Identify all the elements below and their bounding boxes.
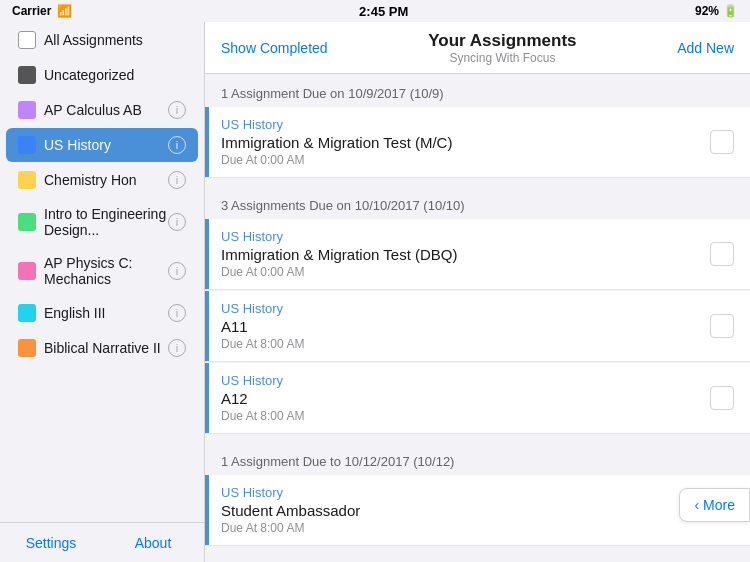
sidebar-item-intro-engineering[interactable]: Intro to Engineering Design...i bbox=[6, 198, 198, 246]
tab-settings[interactable]: Settings bbox=[0, 523, 102, 562]
tab-about[interactable]: About bbox=[102, 523, 204, 562]
section-group-1: 3 Assignments Due on 10/10/2017 (10/10)U… bbox=[205, 186, 750, 434]
card-due: Due At 8:00 AM bbox=[221, 337, 698, 351]
card-due: Due At 0:00 AM bbox=[221, 265, 698, 279]
sidebar-item-all-assignments[interactable]: All Assignments bbox=[6, 23, 198, 57]
main-layout: All AssignmentsUncategorizedAP Calculus … bbox=[0, 22, 750, 562]
header-subtitle: Syncing With Focus bbox=[428, 51, 576, 65]
sidebar-item-label-english-iii: English III bbox=[44, 305, 168, 321]
content-wrapper: 1 Assignment Due on 10/9/2017 (10/9)US H… bbox=[205, 74, 750, 562]
info-icon-biblical-narrative[interactable]: i bbox=[168, 339, 186, 357]
dot-icon-uncategorized bbox=[18, 66, 36, 84]
info-icon-intro-engineering[interactable]: i bbox=[168, 213, 186, 231]
sidebar-item-label-biblical-narrative: Biblical Narrative II bbox=[44, 340, 168, 356]
sidebar-item-ap-calculus[interactable]: AP Calculus ABi bbox=[6, 93, 198, 127]
assignment-checkbox[interactable] bbox=[710, 314, 734, 338]
sidebar-item-uncategorized[interactable]: Uncategorized bbox=[6, 58, 198, 92]
card-subject: US History bbox=[221, 373, 698, 388]
sidebar-item-label-intro-engineering: Intro to Engineering Design... bbox=[44, 206, 168, 238]
dot-icon-ap-physics bbox=[18, 262, 36, 280]
sidebar-item-english-iii[interactable]: English IIIi bbox=[6, 296, 198, 330]
header-title: Your Assignments bbox=[428, 31, 576, 51]
table-row[interactable]: US HistoryA11Due At 8:00 AM bbox=[205, 291, 750, 362]
status-time: 2:45 PM bbox=[359, 4, 408, 19]
section-header-2: 1 Assignment Due to 10/12/2017 (10/12) bbox=[205, 442, 750, 475]
card-due: Due At 8:00 AM bbox=[221, 521, 698, 535]
assignments-list: 1 Assignment Due on 10/9/2017 (10/9)US H… bbox=[205, 74, 750, 562]
sidebar-item-biblical-narrative[interactable]: Biblical Narrative IIi bbox=[6, 331, 198, 365]
dot-icon-biblical-narrative bbox=[18, 339, 36, 357]
card-body-1-0: US HistoryImmigration & Migration Test (… bbox=[209, 219, 710, 289]
dot-icon-english-iii bbox=[18, 304, 36, 322]
card-due: Due At 0:00 AM bbox=[221, 153, 698, 167]
table-row[interactable]: US HistoryStudent AmbassadorDue At 8:00 … bbox=[205, 475, 750, 546]
sidebar-item-chemistry-hon[interactable]: Chemistry Honi bbox=[6, 163, 198, 197]
content-area: Show Completed Your Assignments Syncing … bbox=[205, 22, 750, 562]
card-subject: US History bbox=[221, 117, 698, 132]
card-title: A12 bbox=[221, 390, 698, 407]
info-icon-english-iii[interactable]: i bbox=[168, 304, 186, 322]
more-button[interactable]: ‹ More bbox=[679, 488, 750, 522]
show-completed-button[interactable]: Show Completed bbox=[221, 40, 328, 56]
status-bar: Carrier 📶 2:45 PM 92% 🔋 bbox=[0, 0, 750, 22]
card-subject: US History bbox=[221, 301, 698, 316]
assignment-checkbox[interactable] bbox=[710, 130, 734, 154]
more-label: More bbox=[703, 497, 735, 513]
sidebar-item-us-history[interactable]: US Historyi bbox=[6, 128, 198, 162]
status-right: 92% 🔋 bbox=[695, 4, 738, 18]
dot-icon-intro-engineering bbox=[18, 213, 36, 231]
sidebar-item-label-us-history: US History bbox=[44, 137, 168, 153]
info-icon-us-history[interactable]: i bbox=[168, 136, 186, 154]
battery-percent: 92% bbox=[695, 4, 719, 18]
table-row[interactable]: US HistoryImmigration & Migration Test (… bbox=[205, 219, 750, 290]
sidebar: All AssignmentsUncategorizedAP Calculus … bbox=[0, 22, 205, 562]
header-center: Your Assignments Syncing With Focus bbox=[428, 31, 576, 65]
battery-icon: 🔋 bbox=[723, 4, 738, 18]
card-subject: US History bbox=[221, 229, 698, 244]
info-icon-ap-physics[interactable]: i bbox=[168, 262, 186, 280]
section-group-0: 1 Assignment Due on 10/9/2017 (10/9)US H… bbox=[205, 74, 750, 178]
section-header-0: 1 Assignment Due on 10/9/2017 (10/9) bbox=[205, 74, 750, 107]
sidebar-item-label-chemistry-hon: Chemistry Hon bbox=[44, 172, 168, 188]
more-chevron-icon: ‹ bbox=[694, 497, 699, 513]
content-header: Show Completed Your Assignments Syncing … bbox=[205, 22, 750, 74]
info-icon-ap-calculus[interactable]: i bbox=[168, 101, 186, 119]
card-due: Due At 8:00 AM bbox=[221, 409, 698, 423]
sidebar-item-label-ap-calculus: AP Calculus AB bbox=[44, 102, 168, 118]
info-icon-chemistry-hon[interactable]: i bbox=[168, 171, 186, 189]
sidebar-item-label-all-assignments: All Assignments bbox=[44, 32, 186, 48]
table-row[interactable]: US HistoryA12Due At 8:00 AM bbox=[205, 363, 750, 434]
assignment-checkbox[interactable] bbox=[710, 242, 734, 266]
card-title: A11 bbox=[221, 318, 698, 335]
sidebar-item-label-ap-physics: AP Physics C: Mechanics bbox=[44, 255, 168, 287]
table-row[interactable]: US HistoryImmigration & Migration Test (… bbox=[205, 107, 750, 178]
assignment-checkbox[interactable] bbox=[710, 386, 734, 410]
status-left: Carrier 📶 bbox=[12, 4, 72, 18]
bottom-tabs: Settings About bbox=[0, 522, 204, 562]
add-new-button[interactable]: Add New bbox=[677, 40, 734, 56]
card-body-1-1: US HistoryA11Due At 8:00 AM bbox=[209, 291, 710, 361]
dot-icon-all-assignments bbox=[18, 31, 36, 49]
card-title: Immigration & Migration Test (M/C) bbox=[221, 134, 698, 151]
carrier-label: Carrier bbox=[12, 4, 51, 18]
card-body-2-0: US HistoryStudent AmbassadorDue At 8:00 … bbox=[209, 475, 710, 545]
section-group-2: 1 Assignment Due to 10/12/2017 (10/12)US… bbox=[205, 442, 750, 546]
card-title: Immigration & Migration Test (DBQ) bbox=[221, 246, 698, 263]
sidebar-item-ap-physics[interactable]: AP Physics C: Mechanicsi bbox=[6, 247, 198, 295]
section-header-1: 3 Assignments Due on 10/10/2017 (10/10) bbox=[205, 186, 750, 219]
card-body-0-0: US HistoryImmigration & Migration Test (… bbox=[209, 107, 710, 177]
card-subject: US History bbox=[221, 485, 698, 500]
card-body-1-2: US HistoryA12Due At 8:00 AM bbox=[209, 363, 710, 433]
sidebar-item-label-uncategorized: Uncategorized bbox=[44, 67, 186, 83]
wifi-icon: 📶 bbox=[57, 4, 72, 18]
card-title: Student Ambassador bbox=[221, 502, 698, 519]
dot-icon-us-history bbox=[18, 136, 36, 154]
dot-icon-ap-calculus bbox=[18, 101, 36, 119]
dot-icon-chemistry-hon bbox=[18, 171, 36, 189]
